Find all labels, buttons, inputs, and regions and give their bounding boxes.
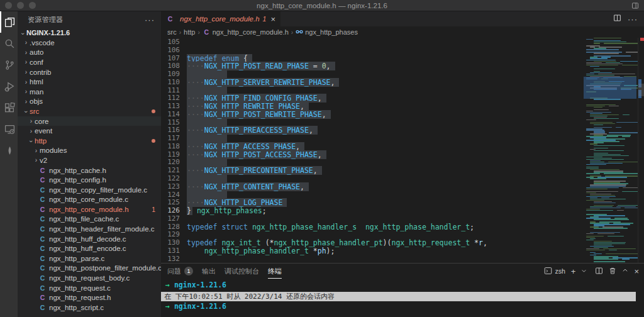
line-number[interactable]: 132	[161, 255, 180, 263]
line-number[interactable]: 122	[161, 175, 180, 183]
new-terminal-icon[interactable]: +	[571, 267, 576, 275]
activity-bar-item-mongodb[interactable]	[0, 140, 18, 161]
code-line-114[interactable]: 114····NGX_HTTP_POST_REWRITE_PHASE,	[161, 111, 584, 119]
breadcrumb-item-ngx-http-phases[interactable]: ngx_http_phases	[296, 28, 358, 36]
terminal-shell-selector[interactable]: zsh	[544, 267, 565, 276]
tree-item-http[interactable]: ›http	[18, 136, 161, 146]
editor[interactable]: 105106107typedef enum {108····NGX_HTTP_P…	[161, 38, 644, 263]
close-panel-icon[interactable]: ×	[634, 267, 639, 275]
line-number[interactable]: 123	[161, 183, 180, 191]
terminal[interactable]: →nginx-1.21.6在 下午10:02:51 时从 2022/3/14 还…	[161, 279, 644, 317]
tab-ngx-http-core-module-h[interactable]: C ngx_http_core_module.h 1 ×	[161, 11, 280, 26]
tree-item-ngx-http-huff-decode-c[interactable]: Cngx_http_huff_decode.c	[18, 234, 161, 244]
close-window-button[interactable]	[5, 2, 12, 9]
chevron-right-icon: ›	[23, 79, 30, 86]
editor-more-actions-icon[interactable]: ···	[628, 14, 638, 24]
code-line-105[interactable]: 105	[161, 38, 584, 47]
tree-item-ngx-http-core-module-c[interactable]: Cngx_http_core_module.c	[18, 195, 161, 205]
line-number[interactable]: 131	[161, 247, 180, 255]
line-number[interactable]: 110	[161, 79, 180, 87]
tree-item-objs[interactable]: ›objs	[18, 97, 161, 107]
breadcrumb-item-ngx-http-core-module-h[interactable]: Cngx_http_core_module.h	[203, 28, 289, 36]
panel-tab-终端[interactable]: 终端	[268, 264, 282, 279]
breadcrumb-item-src[interactable]: src	[167, 28, 177, 36]
line-number[interactable]: 105	[161, 38, 180, 47]
overview-ruler[interactable]	[638, 38, 644, 263]
maximize-panel-icon[interactable]	[622, 267, 628, 275]
kill-terminal-icon[interactable]	[609, 267, 616, 276]
code-line-108[interactable]: 108····NGX_HTTP_POST_READ_PHASE = 0,	[161, 62, 584, 70]
minimap-line	[616, 127, 621, 128]
tree-item-ngx-http-header-filter-module-c[interactable]: Cngx_http_header_filter_module.c	[18, 224, 161, 234]
tree-item-ngx-http-postpone-filter-module-c[interactable]: Cngx_http_postpone_filter_module.c	[18, 264, 161, 274]
code-line-126[interactable]: 126} ngx_http_phases;	[161, 207, 584, 215]
code-line-132[interactable]: 132	[161, 255, 584, 263]
line-number[interactable]: 106	[161, 47, 180, 55]
code-area[interactable]: 105106107typedef enum {108····NGX_HTTP_P…	[161, 38, 584, 263]
tree-item-auto[interactable]: ›auto	[18, 48, 161, 58]
zoom-window-button[interactable]	[29, 2, 36, 9]
activity-bar-item-extensions[interactable]	[0, 97, 18, 118]
code-line-116[interactable]: 116····NGX_HTTP_PREACCESS_PHASE,	[161, 126, 584, 135]
minimap-line	[594, 259, 618, 259]
chevron-right-icon: ›	[23, 88, 30, 95]
tree-item-man[interactable]: ›man	[18, 87, 161, 97]
code-line-110[interactable]: 110····NGX_HTTP_SERVER_REWRITE_PHASE,	[161, 79, 584, 87]
code-line-131[interactable]: 131 ngx_http_phase_handler_t *ph);	[161, 247, 584, 255]
tree-item-ngx-http-config-h[interactable]: Cngx_http_config.h	[18, 175, 161, 185]
tree-item-contrib[interactable]: ›contrib	[18, 67, 161, 77]
panel-tab-问题[interactable]: 问题1	[167, 264, 193, 279]
line-number[interactable]: 127	[161, 215, 180, 223]
tree-item-ngx-http-request-c[interactable]: Cngx_http_request.c	[18, 283, 161, 293]
panel-actions: zsh+×	[544, 267, 639, 276]
tree-item-ngx-http-huff-encode-c[interactable]: Cngx_http_huff_encode.c	[18, 243, 161, 253]
tree-item-ngx-http-request-h[interactable]: Cngx_http_request.h	[18, 292, 161, 303]
launch-profile-chevron-icon[interactable]	[581, 267, 587, 275]
panel-tab-调试控制台[interactable]: 调试控制台	[225, 264, 259, 279]
explorer-more-actions-icon[interactable]: ···	[145, 15, 155, 25]
code-line-119[interactable]: 119····NGX_HTTP_POST_ACCESS_PHASE,	[161, 151, 584, 159]
tree-item-ngx-http-copy-filter-module-c[interactable]: Cngx_http_copy_filter_module.c	[18, 185, 161, 195]
minimap-line	[594, 154, 621, 155]
tree-item-ngx-http-core-module-h[interactable]: Cngx_http_core_module.h1	[18, 204, 161, 214]
activity-bar-item-source-control[interactable]	[0, 54, 18, 75]
layout-toggle-icon[interactable]	[631, 2, 639, 11]
tree-item-ngx-http-parse-c[interactable]: Cngx_http_parse.c	[18, 253, 161, 264]
activity-bar-item-run-and-debug[interactable]	[0, 75, 18, 97]
minimap[interactable]	[584, 38, 638, 263]
line-number[interactable]: 113	[161, 103, 180, 111]
tree-item-modules[interactable]: ›modules	[18, 146, 161, 156]
tree-item-ngx-http-request-body-c[interactable]: Cngx_http_request_body.c	[18, 273, 161, 283]
line-number[interactable]: 114	[161, 111, 180, 119]
line-number[interactable]: 130	[161, 239, 180, 247]
tree-item-html[interactable]: ›html	[18, 77, 161, 87]
split-terminal-icon[interactable]	[595, 267, 603, 276]
line-number[interactable]: 109	[161, 70, 180, 79]
tree-item-src[interactable]: ›src	[18, 106, 161, 116]
tree-item-core[interactable]: ›core	[18, 116, 161, 126]
activity-bar-item-remote-explorer[interactable]	[0, 118, 18, 140]
tree-item-event[interactable]: ›event	[18, 126, 161, 136]
tree-item-ngx-http-script-c[interactable]: Cngx_http_script.c	[18, 303, 161, 313]
tree-item-conf[interactable]: ›conf	[18, 57, 161, 67]
tree-item--vscode[interactable]: ›.vscode	[18, 38, 161, 48]
minimap-line	[622, 259, 630, 259]
tree-item-ngx-http-cache-h[interactable]: Cngx_http_cache.h	[18, 165, 161, 175]
activity-bar-item-explorer[interactable]	[0, 11, 18, 33]
code-line-121[interactable]: 121····NGX_HTTP_PRECONTENT_PHASE,	[161, 167, 584, 175]
minimize-window-button[interactable]	[17, 2, 24, 9]
tree-item-ngx-http-file-cache-c[interactable]: Cngx_http_file_cache.c	[18, 214, 161, 225]
panel-tab-输出[interactable]: 输出	[202, 264, 216, 279]
line-number[interactable]: 118	[161, 143, 180, 151]
split-editor-icon[interactable]	[613, 14, 621, 24]
chevron-right-icon: ›	[23, 39, 30, 46]
breadcrumb-item-http[interactable]: http	[184, 28, 195, 36]
workspace-root-row[interactable]: › NGINX-1.21.6	[18, 28, 161, 38]
scrollbar-slider[interactable]	[638, 84, 644, 96]
line-number[interactable]: 126	[161, 207, 180, 215]
tree-item-v2[interactable]: ›v2	[18, 155, 161, 165]
tab-close-icon[interactable]: ×	[270, 14, 275, 24]
activity-bar-item-search[interactable]	[0, 33, 18, 54]
code-line-123[interactable]: 123····NGX_HTTP_CONTENT_PHASE,	[161, 183, 584, 191]
code-line-128[interactable]: 128typedef struct ngx_http_phase_handler…	[161, 223, 584, 231]
